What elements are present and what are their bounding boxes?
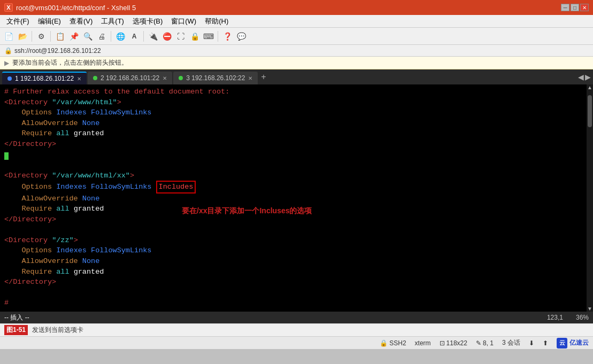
tab-dot-2 [93,76,97,80]
title-bar: X root@vms001:/etc/httpd/conf - Xshell 5… [0,0,593,15]
terminal-size-icon: ⊡ [440,339,445,347]
tab-2[interactable]: 2 192.168.26.101:22 ✕ [88,72,172,84]
terminal-scrollbar: ▲ ▼ [587,84,593,312]
menu-help[interactable]: 帮助(H) [201,15,233,27]
annotation-text: 要在/xx目录下添加一个Incluses的选项 [182,206,312,215]
yiyun-logo: 云 亿速云 [557,338,589,348]
info-text: 要添加当前会话，点击左侧的箭头按钮。 [12,58,128,67]
transfer-down: ⬇ [529,339,534,347]
toolbar: 📄 📂 ⚙ 📋 📌 🔍 🖨 🌐 A 🔌 ⛔ ⛶ 🔒 ⌨ ❓ 💬 [0,28,593,45]
download-icon: ⬇ [529,339,534,347]
scroll-percent: 36% [576,314,589,321]
tab-close-1[interactable]: ✕ [77,76,81,82]
terminal-line-7 [4,149,589,160]
pos-icon: ✎ [476,339,481,347]
terminal-line-2: <Directory "/var/www/html"> [4,97,589,108]
help-button[interactable]: ❓ [221,30,234,43]
pos-status: ✎ 8, 1 [476,339,494,347]
scrollbar-down-button[interactable]: ▼ [587,306,592,312]
connect-button[interactable]: 🔌 [147,30,159,43]
terminal-size: 118x22 [446,339,467,347]
bottom-info-bar: 图1-51 发送到当前选项卡 [0,323,593,336]
tab-close-2[interactable]: ✕ [163,75,167,81]
terminal-line-3: Options Indexes FollowSymLinks [4,107,589,118]
ssh-bar: 🔒 ssh://root@192.168.26.101:22 [0,45,593,57]
minimize-button[interactable]: ─ [561,4,569,11]
maximize-button[interactable]: □ [571,4,579,11]
open-button[interactable]: 📂 [16,30,29,43]
tab-label-1: 1 192.168.26.101:22 [15,75,74,82]
tab-3[interactable]: 3 192.168.26.102:22 ✕ [173,72,258,84]
terminal-line-8 [4,160,589,171]
size-status: ⊡ 118x22 [440,339,467,347]
menu-tools[interactable]: 工具(T) [97,15,128,27]
lock-status: 🔒 SSH2 [380,339,406,347]
tab-prev-button[interactable]: ◀ [578,73,584,81]
tab-nav: ◀ ▶ [578,73,591,81]
send-text: 发送到当前选项卡 [32,326,83,335]
vim-status-bar: -- 插入 -- 123,1 36% [0,312,593,323]
vim-mode: -- 插入 -- [4,313,29,322]
transfer-up: ⬆ [543,339,548,347]
fullscreen-button[interactable]: ⛶ [174,30,187,43]
new-session-button[interactable]: 📄 [2,30,15,43]
app-icon: X [4,3,13,12]
terminal-line-21: # [4,298,589,308]
chat-button[interactable]: 💬 [235,30,248,43]
tab-next-button[interactable]: ▶ [585,73,591,81]
terminal-line-20 [4,288,589,298]
tab-1[interactable]: 1 192.168.26.101:22 ✕ [2,72,87,84]
terminal[interactable]: # Further relax access to the default do… [0,84,593,312]
terminal-line-15: <Directory "/zz"> [4,235,589,246]
includes-highlight: Includes [156,181,196,193]
tab-close-3[interactable]: ✕ [248,75,252,81]
paste-button[interactable]: 📌 [67,30,80,43]
scrollbar-up-button[interactable]: ▲ [587,84,592,90]
copy-button[interactable]: 📋 [53,30,66,43]
cursor-position: 123,1 [547,314,563,321]
xterm-status: xterm [415,339,431,347]
settings-button[interactable]: ⚙ [35,30,48,43]
sessions-status: 3 会话 [502,338,520,347]
window-title: root@vms001:/etc/httpd/conf - Xshell 5 [16,4,136,12]
globe-button[interactable]: 🌐 [114,30,127,43]
font-button[interactable]: A [128,30,141,43]
terminal-line-9: <Directory "/var/www/html/xx"> [4,171,589,181]
lock-button[interactable]: 🔒 [188,30,201,43]
menu-bar: 文件(F) 编辑(E) 查看(V) 工具(T) 选项卡(B) 窗口(W) 帮助(… [0,15,593,28]
xterm-label: xterm [415,339,431,347]
upload-icon: ⬆ [543,339,548,347]
yiyun-label: 亿速云 [569,338,589,347]
send-label: 图1-51 [4,325,28,335]
menu-file[interactable]: 文件(F) [2,15,34,27]
terminal-line-19: </Directory> [4,277,589,288]
yiyun-icon: 云 [557,338,567,348]
info-bar: ▶ 要添加当前会话，点击左侧的箭头按钮。 [0,57,593,69]
cursor [4,152,9,160]
tab-dot-3 [179,76,183,80]
terminal-line-16: Options Indexes FollowSymLinks [4,245,589,256]
annotation: 要在/xx目录下添加一个Incluses的选项 [182,205,312,217]
close-button[interactable]: ✕ [580,4,589,11]
terminal-line-4: AllowOverride None [4,118,589,129]
tab-add-button[interactable]: + [261,72,266,82]
print-button[interactable]: 🖨 [95,30,108,43]
ssh-address: ssh://root@192.168.26.101:22 [14,47,101,55]
terminal-line-6: </Directory> [4,139,589,150]
terminal-line-10: Options Indexes FollowSymLinks Includes [4,181,589,193]
menu-window[interactable]: 窗口(W) [167,15,201,27]
status-icons-bar: 🔒 SSH2 xterm ⊡ 118x22 ✎ 8, 1 3 会话 ⬇ ⬆ 云 … [0,336,593,349]
tab-dot-1 [7,76,12,81]
keyboard-button[interactable]: ⌨ [202,30,215,43]
cursor-pos: 8, 1 [483,339,494,347]
search-button[interactable]: 🔍 [81,30,94,43]
menu-view[interactable]: 查看(V) [65,15,97,27]
disconnect-button[interactable]: ⛔ [160,30,173,43]
menu-tabs[interactable]: 选项卡(B) [128,15,167,27]
scrollbar-thumb[interactable] [588,95,592,127]
menu-edit[interactable]: 编辑(E) [34,15,65,27]
terminal-line-18: Require all granted [4,267,589,277]
tabs-row: 1 192.168.26.101:22 ✕ 2 192.168.26.101:2… [0,69,593,84]
terminal-line-17: AllowOverride None [4,256,589,267]
terminal-line-14 [4,224,589,235]
